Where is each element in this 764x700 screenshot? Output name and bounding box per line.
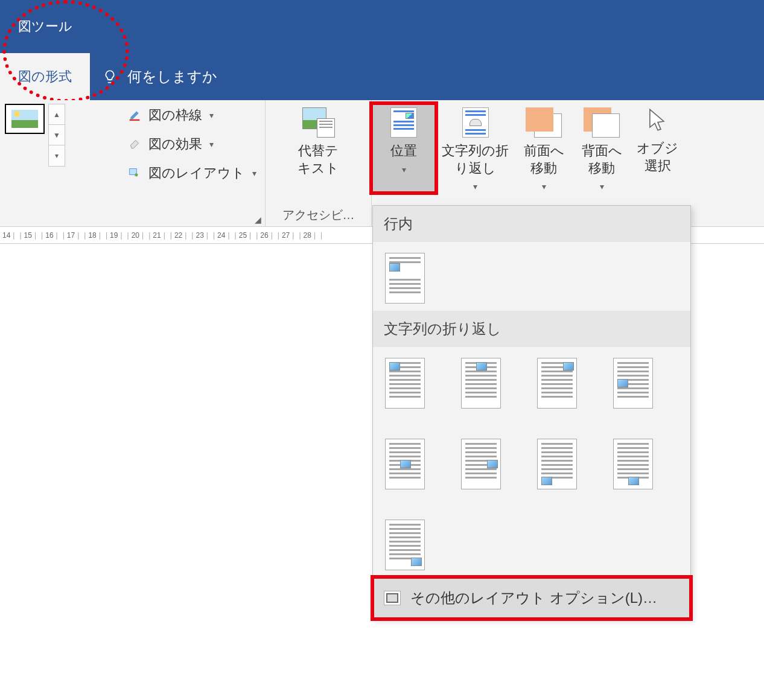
- picture-effects-button[interactable]: 図の効果▾: [123, 134, 260, 154]
- chevron-down-icon: ▾: [542, 182, 546, 191]
- chevron-down-icon: ▾: [473, 182, 477, 191]
- position-option[interactable]: [537, 358, 577, 409]
- send-backward-label: 背面へ 移動: [582, 142, 622, 177]
- picture-effects-label: 図の効果: [148, 135, 202, 153]
- title-bar: 図ツール: [0, 0, 764, 53]
- dropdown-section-inline: 行内: [373, 206, 690, 242]
- ruler-tick: 23||: [196, 231, 217, 240]
- selection-pane-button[interactable]: オブジ 選択: [631, 104, 684, 192]
- position-option[interactable]: [613, 358, 653, 409]
- picture-style-thumb[interactable]: [5, 104, 45, 134]
- pencil-icon: [127, 109, 142, 122]
- chevron-down-icon: ▾: [252, 168, 256, 178]
- selection-icon: [646, 107, 670, 135]
- bring-forward-icon: [526, 107, 562, 138]
- position-option[interactable]: [613, 439, 653, 489]
- scroll-down-icon[interactable]: ▼: [49, 125, 65, 145]
- layout-dialog-icon: [386, 593, 398, 603]
- ribbon-tab-row: 図の形式 何をしますか: [0, 53, 764, 100]
- wrap-icon: [462, 107, 489, 138]
- scroll-up-icon[interactable]: ▲: [49, 104, 65, 125]
- ruler-tick: 28||: [304, 231, 325, 240]
- picture-layout-button[interactable]: 図のレイアウト▾: [123, 163, 260, 183]
- ruler-tick: 21||: [153, 231, 174, 240]
- ruler-tick: 18||: [88, 231, 110, 240]
- ruler-tick: 15||: [24, 231, 46, 240]
- contextual-tools-label: 図ツール: [0, 0, 91, 53]
- send-backward-icon: [584, 107, 620, 138]
- bring-forward-button[interactable]: 前面へ 移動▾: [515, 104, 573, 192]
- ruler-tick: 14||: [2, 231, 24, 240]
- ruler-tick: 27||: [282, 231, 304, 240]
- tab-picture-format[interactable]: 図の形式: [0, 53, 90, 100]
- position-option[interactable]: [385, 520, 425, 570]
- tell-me-box[interactable]: 何をしますか: [90, 53, 229, 100]
- bring-forward-label: 前面へ 移動: [524, 142, 564, 177]
- dialog-launcher-icon[interactable]: ◢: [255, 215, 261, 224]
- ruler-tick: 22||: [174, 231, 196, 240]
- picture-layout-label: 図のレイアウト: [148, 164, 245, 182]
- ruler-tick: 24||: [217, 231, 239, 240]
- chevron-down-icon: ▾: [209, 110, 214, 120]
- dropdown-section-wrap: 文字列の折り返し: [373, 311, 690, 347]
- position-label: 位置: [390, 142, 417, 160]
- position-option[interactable]: [461, 439, 501, 489]
- position-icon: [390, 107, 417, 138]
- selection-label: オブジ 選択: [637, 140, 678, 174]
- send-backward-button[interactable]: 背面へ 移動▾: [573, 104, 631, 192]
- lightbulb-icon: [102, 69, 118, 84]
- ruler-tick: 17||: [67, 231, 89, 240]
- group-accessibility-label: アクセシビ…: [270, 205, 366, 224]
- chevron-down-icon: ▾: [402, 165, 406, 174]
- picture-border-button[interactable]: 図の枠線▾: [123, 105, 260, 126]
- ruler-tick: 19||: [110, 231, 132, 240]
- eraser-icon: [127, 138, 142, 151]
- more-layout-options-button[interactable]: その他のレイアウト オプション(L)…: [373, 578, 690, 619]
- tell-me-label: 何をしますか: [127, 67, 217, 86]
- position-option[interactable]: [385, 358, 425, 409]
- gallery-more-icon[interactable]: ▾: [49, 145, 65, 166]
- ruler-tick: 25||: [239, 231, 261, 240]
- chevron-down-icon: ▾: [600, 182, 604, 191]
- position-dropdown: 行内 文字列の折り返し その他のレイアウト オプション(L)…: [372, 205, 691, 619]
- layout-icon: [127, 167, 142, 180]
- position-button[interactable]: 位置 ▾: [372, 104, 436, 192]
- more-layout-options-label: その他のレイアウト オプション(L)…: [410, 588, 657, 608]
- position-option[interactable]: [385, 439, 425, 489]
- ruler-tick: 26||: [260, 231, 282, 240]
- position-option-inline[interactable]: [385, 253, 425, 304]
- alt-text-label: 代替テ キスト: [298, 142, 339, 177]
- wrap-label: 文字列の折 り返し: [442, 142, 509, 177]
- chevron-down-icon: ▾: [209, 139, 214, 149]
- wrap-text-button[interactable]: 文字列の折 り返し▾: [436, 104, 515, 192]
- position-option[interactable]: [537, 439, 577, 489]
- picture-border-label: 図の枠線: [148, 106, 202, 124]
- ruler-tick: 16||: [45, 231, 67, 240]
- alt-text-button[interactable]: 代替テ キスト: [270, 104, 366, 178]
- position-option[interactable]: [461, 358, 501, 409]
- ruler-tick: 20||: [132, 231, 153, 240]
- style-gallery-scroll[interactable]: ▲ ▼ ▾: [48, 104, 65, 167]
